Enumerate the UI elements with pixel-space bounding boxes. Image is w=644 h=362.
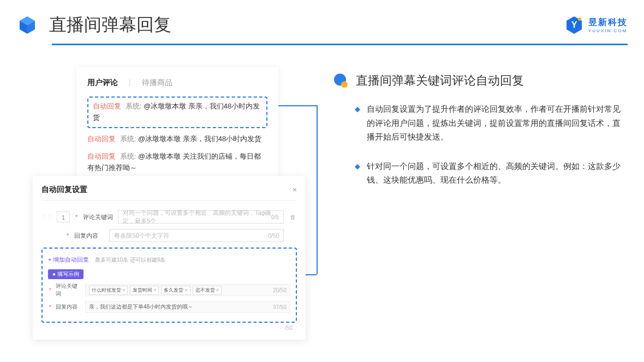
svg-point-3 xyxy=(341,81,348,88)
add-hint: 最多可建10条 还可以创建9条 xyxy=(95,257,165,263)
settings-title: 自动回复设置 xyxy=(41,185,87,195)
section-title: 直播间弹幕关键词评论自动回复 xyxy=(356,73,524,89)
close-icon[interactable]: × xyxy=(293,185,297,194)
comment-row: 自动回复 系统: @冰墩墩本墩 亲亲，我们48小时内发货 xyxy=(87,134,267,145)
logo: Y 昱新科技 YUUXIN.COM xyxy=(564,15,628,35)
keyword-label: 评论关键词 xyxy=(83,213,114,221)
logo-en: YUUXIN.COM xyxy=(588,28,628,33)
trash-icon[interactable]: 🗑 xyxy=(288,214,297,220)
diamond-icon xyxy=(355,162,360,167)
diamond-icon xyxy=(355,105,360,110)
content-label: 回复内容 xyxy=(74,232,105,240)
example-tag: ● 填写示例 xyxy=(48,269,84,279)
example-content-input[interactable]: 亲，我们这边都是下单48小时内发货的哦～ 37/50 xyxy=(85,301,290,313)
comment-row: 自动回复 系统: @冰墩墩本墩 关注我们的店铺，每日都有热门推荐呦～ xyxy=(87,151,267,174)
connector-line xyxy=(317,105,318,274)
example-section: + 增加自动回复 最多可建10条 还可以创建9条 ● 填写示例 * 评论关键词 … xyxy=(41,248,297,323)
example-keyword-input[interactable]: 什么时候发货× 发货时间× 多久发货× 迟不发货× 20/50 xyxy=(85,284,290,296)
logo-cn: 昱新科技 xyxy=(588,17,628,28)
svg-point-1 xyxy=(578,17,581,21)
page-title: 直播间弹幕回复 xyxy=(49,13,171,37)
tab-pending-goods[interactable]: 待播商品 xyxy=(142,78,172,88)
add-auto-reply-link[interactable]: + 增加自动回复 xyxy=(48,256,89,263)
bullet-text: 自动回复设置为了提升作者的评论回复效率，作者可在开播前针对常见的评论用户问题，提… xyxy=(367,102,628,144)
comments-panel: 用户评论 | 待播商品 自动回复 系统: @冰墩墩本墩 亲亲，我们48小时内发货… xyxy=(76,67,278,186)
bullet-text: 针对同一个问题，可设置多个相近的、高频的关键词。例如：这款多少钱、这块能优惠吗、… xyxy=(367,159,628,187)
row-number: 1 xyxy=(57,212,70,222)
auto-reply-tag: 自动回复 xyxy=(93,102,121,110)
cube-icon xyxy=(16,14,38,36)
content-input[interactable]: 每条限50个中文字符 0/50 xyxy=(109,229,284,242)
drag-handle-icon[interactable]: ⋮⋮ xyxy=(41,214,52,220)
connector-line xyxy=(278,105,317,106)
chat-bubble-icon xyxy=(333,73,348,88)
settings-panel: 自动回复设置 × ⋮⋮ 1 * 评论关键词 对同一个问题，可设置多个相近、高频的… xyxy=(33,176,306,340)
keyword-input[interactable]: 对同一个问题，可设置多个相近、高频的关键词，Tag确定，最多5个 0/5 xyxy=(118,210,284,224)
svg-text:Y: Y xyxy=(571,20,577,29)
highlighted-comment: 自动回复 系统: @冰墩墩本墩 亲亲，我们48小时内发货 xyxy=(87,96,267,128)
tab-user-comments[interactable]: 用户评论 xyxy=(87,78,118,88)
logo-icon: Y xyxy=(564,15,584,35)
